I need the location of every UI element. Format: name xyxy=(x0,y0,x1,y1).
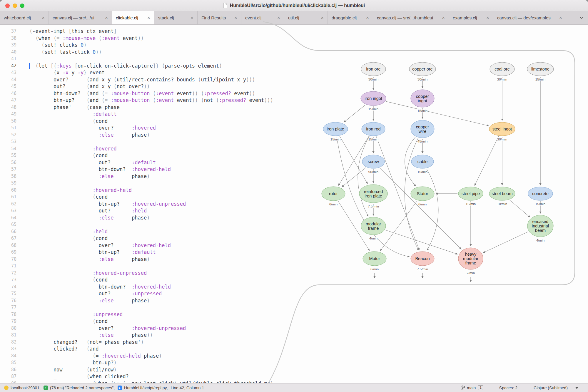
code-line: 77 xyxy=(0,304,588,311)
tab-bar: whiteboard.clj×canvas.clj — src/.../ui×c… xyxy=(0,11,588,25)
tab-find-results[interactable]: Find Results× xyxy=(198,11,241,24)
close-tab-icon[interactable]: × xyxy=(42,15,45,20)
close-tab-icon[interactable]: × xyxy=(147,15,150,20)
code-text: (set! last-click 0)) xyxy=(29,49,102,56)
code-line: 43 {x :x y :y} event xyxy=(0,69,588,76)
close-window-button[interactable] xyxy=(5,4,10,8)
code-text: btn-down? (and (= :mouse-button (:event … xyxy=(29,90,255,97)
code-line: 74 btn-down? :hovered-held xyxy=(0,284,588,291)
line-number: 46 xyxy=(0,90,16,97)
code-line: 66 :held xyxy=(0,228,588,235)
line-number: 64 xyxy=(0,215,16,222)
line-number: 53 xyxy=(0,138,16,145)
code-text: (cond xyxy=(29,318,108,325)
code-text: :default xyxy=(29,111,117,118)
code-line: 62 btn-up? :hovered-unpressed xyxy=(0,201,588,208)
code-line: 78 :unpressed xyxy=(0,311,588,318)
code-text: (cond xyxy=(29,194,108,201)
tab-event-clj[interactable]: event.clj× xyxy=(241,11,284,24)
close-tab-icon[interactable]: × xyxy=(366,15,369,20)
code-line: 61 (cond xyxy=(0,194,588,201)
code-line: 58 :else phase) xyxy=(0,173,588,180)
dropdown-triangle-icon[interactable] xyxy=(575,387,579,389)
code-line: 57 btn-down? :hovered-held xyxy=(0,166,588,173)
tab-stack-clj[interactable]: stack.clj× xyxy=(154,11,198,24)
line-number: 78 xyxy=(0,311,16,318)
line-number: 72 xyxy=(0,270,16,277)
close-tab-icon[interactable]: × xyxy=(105,15,108,20)
line-number: 66 xyxy=(0,228,16,235)
code-text: (= :hovered-held phase) xyxy=(29,353,162,360)
zoom-window-button[interactable] xyxy=(20,4,24,8)
code-text: over? :hovered-unpressed xyxy=(29,325,186,332)
code-line: 76 :else phase) xyxy=(0,297,588,304)
tab-canvas-clj-src-humbleui[interactable]: canvas.clj — src/.../humbleui× xyxy=(373,11,449,24)
window-title: HumbleUI/src/io/github/humbleui/ui/click… xyxy=(230,3,365,8)
branch-name: main xyxy=(467,386,476,390)
code-line: 69 btn-up? :default xyxy=(0,249,588,256)
close-tab-icon[interactable]: × xyxy=(559,15,562,20)
sublime-text-window: HumbleUI/src/io/github/humbleui/ui/click… xyxy=(0,0,588,392)
code-line: 88 (when (>= (- now last-click) util/dou… xyxy=(0,380,588,383)
code-text: btn-down? :hovered-held xyxy=(29,284,171,291)
line-number: 61 xyxy=(0,194,16,201)
line-number: 77 xyxy=(0,304,16,311)
code-text: out? :default xyxy=(29,159,156,166)
git-branch-status[interactable]: main 1 xyxy=(461,385,483,390)
close-tab-icon[interactable]: × xyxy=(321,15,324,20)
line-number: 84 xyxy=(0,353,16,360)
tab-clickable-clj[interactable]: clickable.clj× xyxy=(112,11,154,24)
code-area: 37(-event-impl [this ctx event]38 (when … xyxy=(0,28,588,383)
close-tab-icon[interactable]: × xyxy=(277,15,280,20)
tab-whiteboard-clj[interactable]: whiteboard.clj× xyxy=(0,11,49,24)
code-text: :else phase) xyxy=(29,215,150,222)
code-text: out? :held xyxy=(29,207,147,215)
status-text: HumbleUI/script/repl.py, xyxy=(124,386,168,390)
syntax-status[interactable]: Clojure (Sublimed) xyxy=(534,386,568,390)
traffic-lights xyxy=(5,0,24,11)
minimize-window-button[interactable] xyxy=(13,4,17,8)
line-number: 85 xyxy=(0,359,16,366)
tab-label: clickable.clj xyxy=(116,15,138,20)
tab-overflow-chevron-icon[interactable] xyxy=(575,11,588,24)
code-text: :else phase) xyxy=(29,297,150,304)
code-line: 71 xyxy=(0,263,588,270)
code-line: 75 out? :unpressed xyxy=(0,290,588,297)
tab-canvas-clj-src-ui[interactable]: canvas.clj — src/.../ui× xyxy=(49,11,112,24)
code-text: {x :x y :y} event xyxy=(29,69,105,76)
line-number: 57 xyxy=(0,166,16,173)
code-line: 37(-event-impl [this ctx event] xyxy=(0,28,588,35)
code-line: 55 (cond xyxy=(0,152,588,159)
close-tab-icon[interactable]: × xyxy=(486,15,489,20)
line-number: 87 xyxy=(0,373,16,380)
close-tab-icon[interactable]: × xyxy=(234,15,237,20)
code-line: 82 changed? (not= phase phase') xyxy=(0,339,588,346)
code-line: 65 xyxy=(0,221,588,228)
code-line: 39 (set! clicks 0) xyxy=(0,42,588,49)
code-text: (-event-impl [this ctx event] xyxy=(29,28,117,35)
code-text: btn-down? :hovered-held xyxy=(29,166,171,173)
line-number: 67 xyxy=(0,235,16,242)
yellow-dot-icon xyxy=(4,386,9,390)
tab-util-clj[interactable]: util.clj× xyxy=(284,11,328,24)
line-number: 76 xyxy=(0,297,16,304)
code-text: _ (when clicked? xyxy=(29,373,129,380)
code-text: now (util/now) xyxy=(29,366,117,373)
branch-icon xyxy=(461,386,465,390)
code-text: :else phase) xyxy=(29,132,150,139)
line-number: 44 xyxy=(0,76,16,83)
close-tab-icon[interactable]: × xyxy=(191,15,193,20)
tab-label: draggable.clj xyxy=(332,15,357,20)
code-line: 59 xyxy=(0,180,588,187)
tab-draggable-clj[interactable]: draggable.clj× xyxy=(328,11,373,24)
editor[interactable]: 37(-event-impl [this ctx event]38 (when … xyxy=(0,25,588,383)
code-text: btn-up? :default xyxy=(29,249,156,256)
code-text: (cond xyxy=(29,235,108,242)
tab-examples-clj[interactable]: examples.clj× xyxy=(449,11,493,24)
close-tab-icon[interactable]: × xyxy=(442,15,445,20)
indentation-status[interactable]: Spaces: 2 xyxy=(499,386,517,390)
line-number: 73 xyxy=(0,277,16,284)
code-text: btn-up? (and (= :mouse-button (:event ev… xyxy=(29,97,273,104)
code-line: 42 (let [{:keys [on-click on-click-captu… xyxy=(0,63,588,70)
tab-canvas-clj-dev-examples[interactable]: canvas.clj — dev/examples× xyxy=(493,11,566,24)
